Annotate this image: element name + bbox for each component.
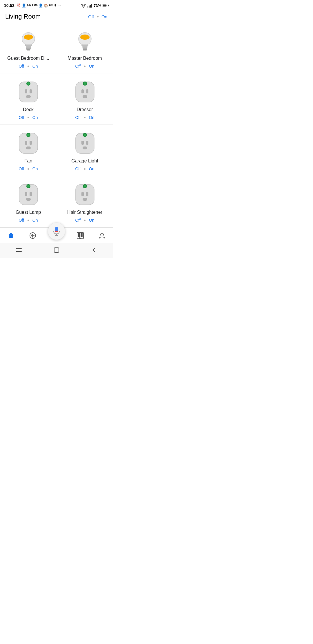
svg-rect-45	[25, 192, 27, 196]
android-home-button[interactable]	[49, 246, 64, 254]
svg-point-0	[83, 7, 84, 8]
android-nav-bar	[0, 243, 113, 258]
g-icon: G≡	[49, 3, 53, 8]
device-controls-0: OffOn	[17, 63, 39, 69]
status-bar: 10:52 ⏰ 👤 pay FOX 👤 🏠 G≡ ⬇ ···	[0, 0, 113, 10]
on-button-4[interactable]: On	[31, 166, 39, 172]
on-button-7[interactable]: On	[88, 217, 96, 223]
svg-rect-65	[78, 235, 80, 237]
device-cell-6: Guest LampOffOn	[0, 176, 57, 227]
device-controls-2: OffOn	[17, 115, 39, 120]
svg-rect-29	[83, 95, 87, 98]
svg-rect-33	[25, 141, 27, 145]
outlet-icon	[17, 130, 40, 155]
svg-rect-34	[30, 141, 32, 145]
signal-icon	[88, 3, 92, 8]
bulb-icon	[17, 30, 40, 53]
nav-home[interactable]	[4, 231, 18, 240]
page-header: Living Room Off On	[0, 10, 113, 22]
off-button-3[interactable]: Off	[74, 115, 81, 120]
on-button-0[interactable]: On	[31, 63, 39, 69]
control-separator-5	[84, 168, 85, 170]
more-icon: ···	[57, 3, 61, 8]
off-button-5[interactable]: Off	[74, 166, 81, 172]
mic-button[interactable]	[48, 222, 65, 240]
device-controls-7: OffOn	[74, 217, 95, 223]
device-name-4: Fan	[24, 158, 32, 164]
svg-rect-63	[78, 233, 80, 235]
battery-percentage: 73%	[94, 3, 101, 8]
device-controls-5: OffOn	[74, 166, 95, 172]
svg-rect-11	[26, 49, 30, 50]
status-time: 10:52 ⏰ 👤 pay FOX 👤 🏠 G≡ ⬇ ···	[4, 3, 61, 8]
svg-rect-28	[86, 89, 88, 93]
control-separator-7	[84, 220, 85, 221]
off-button-0[interactable]: Off	[17, 63, 25, 69]
bulb-icon	[73, 30, 97, 53]
device-cell-3: DresserOffOn	[57, 73, 113, 125]
on-button-2[interactable]: On	[31, 115, 39, 120]
nav-media[interactable]	[74, 231, 87, 240]
on-button-6[interactable]: On	[31, 217, 39, 223]
svg-rect-72	[54, 248, 59, 252]
svg-rect-40	[86, 141, 88, 145]
notification-icons: ⏰ 👤 pay FOX 👤 🏠 G≡ ⬇ ···	[17, 3, 61, 8]
off-filter-button[interactable]: Off	[88, 13, 94, 20]
control-separator-4	[28, 168, 29, 170]
on-filter-button[interactable]: On	[101, 13, 108, 20]
svg-rect-23	[26, 95, 31, 98]
page-title: Living Room	[5, 13, 41, 20]
filter-separator	[97, 16, 99, 17]
status-right: 73%	[81, 3, 109, 8]
svg-point-50	[84, 185, 86, 187]
svg-rect-47	[26, 198, 31, 201]
device-name-6: Guest Lamp	[16, 210, 41, 215]
svg-rect-51	[81, 192, 84, 196]
alert-icon: ⬇	[54, 3, 57, 8]
svg-rect-12	[27, 50, 30, 50]
device-name-3: Dresser	[77, 107, 93, 112]
outlet-icon	[73, 79, 97, 104]
person-icon: 👤	[22, 3, 26, 8]
off-button-4[interactable]: Off	[17, 166, 25, 172]
person2-icon: 👤	[39, 3, 43, 8]
on-button-3[interactable]: On	[88, 115, 96, 120]
device-cell-5: Garage LightOffOn	[57, 125, 113, 176]
on-button-5[interactable]: On	[88, 166, 96, 172]
android-recents-button[interactable]	[11, 246, 27, 254]
svg-point-68	[101, 233, 103, 236]
device-name-0: Guest Bedroom Di...	[7, 56, 49, 61]
samsung-pay-icon: pay	[27, 3, 32, 8]
svg-rect-41	[83, 146, 87, 149]
on-button-1[interactable]: On	[88, 63, 96, 69]
control-separator-6	[28, 220, 29, 221]
nav-profile[interactable]	[95, 231, 109, 240]
battery-icon	[103, 4, 109, 7]
svg-rect-10	[26, 48, 31, 49]
control-separator-1	[84, 66, 85, 67]
svg-rect-61	[55, 231, 58, 232]
off-button-6[interactable]: Off	[17, 217, 25, 223]
svg-rect-4	[91, 4, 92, 8]
off-button-2[interactable]: Off	[17, 115, 25, 120]
android-back-button[interactable]	[86, 246, 102, 254]
off-button-7[interactable]: Off	[74, 217, 81, 223]
device-name-1: Master Bedroom	[68, 56, 102, 61]
svg-rect-22	[30, 89, 32, 93]
svg-rect-21	[25, 89, 27, 93]
outlet-icon	[73, 130, 97, 155]
device-controls-6: OffOn	[17, 217, 39, 223]
off-button-1[interactable]: Off	[74, 63, 81, 69]
svg-point-9	[24, 35, 33, 40]
time-display: 10:52	[4, 3, 14, 8]
svg-rect-52	[86, 192, 88, 196]
svg-rect-64	[81, 233, 83, 235]
wifi-icon	[81, 3, 86, 8]
svg-point-32	[27, 134, 30, 136]
device-controls-1: OffOn	[74, 63, 95, 69]
device-grid: Guest Bedroom Di...OffOn Master BedroomO…	[0, 22, 113, 227]
device-controls-4: OffOn	[17, 166, 39, 172]
nav-discover[interactable]	[26, 231, 39, 240]
svg-point-26	[84, 82, 86, 85]
svg-rect-27	[81, 89, 84, 93]
